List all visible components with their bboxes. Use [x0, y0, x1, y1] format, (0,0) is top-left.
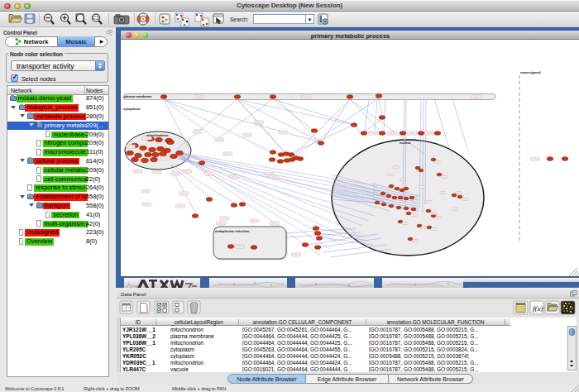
- svg-text:endoplasmic reticulum: endoplasmic reticulum: [215, 230, 250, 233]
- svg-text:mitochondrion: mitochondrion: [146, 134, 169, 137]
- svg-text:plasma membrane: plasma membrane: [124, 95, 151, 98]
- svg-text:cytoplasm: cytoplasm: [123, 107, 141, 111]
- svg-text:nucleus: nucleus: [400, 141, 411, 145]
- svg-text:f(x): f(x): [533, 304, 543, 313]
- svg-text:unassigned: unassigned: [520, 70, 541, 74]
